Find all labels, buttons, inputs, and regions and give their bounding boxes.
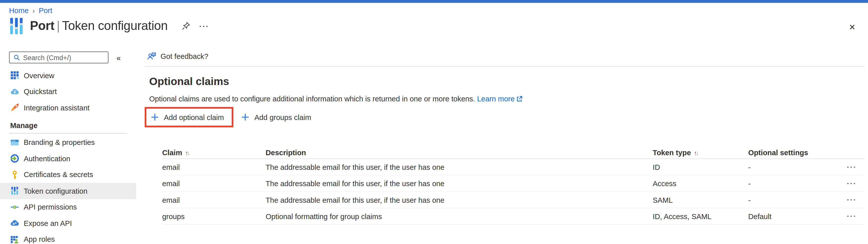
sidebar-item-label: Overview bbox=[24, 71, 55, 80]
pin-button[interactable] bbox=[181, 22, 190, 31]
app-window: Home › Port Port|Token configuration ···… bbox=[0, 0, 868, 244]
commands-row: Add optional claim Add groups claim bbox=[145, 107, 868, 127]
claims-table-header: Claim↑↓ Description Token type↑↓ Optiona… bbox=[162, 147, 865, 159]
cell-description: The addressable email for this user, if … bbox=[266, 195, 653, 204]
toolbar-divider bbox=[145, 66, 865, 67]
cell-claim: email bbox=[162, 179, 266, 188]
got-feedback-button[interactable]: Got feedback? bbox=[147, 52, 208, 61]
pin-icon bbox=[181, 22, 190, 31]
table-row[interactable]: email The addressable email for this use… bbox=[162, 192, 865, 208]
learn-more-label: Learn more bbox=[477, 94, 515, 104]
integration-assistant-icon bbox=[10, 103, 19, 112]
cell-optional-settings: - bbox=[748, 179, 847, 188]
search-box[interactable] bbox=[9, 52, 108, 63]
branding-icon: www bbox=[10, 138, 19, 147]
sidebar-item-authentication[interactable]: Authentication bbox=[0, 151, 136, 167]
column-header-description[interactable]: Description bbox=[266, 148, 653, 157]
main-panel: Got feedback? Optional claims Optional c… bbox=[140, 47, 868, 225]
table-row[interactable]: groups Optional formatting for group cla… bbox=[162, 208, 865, 225]
authentication-icon bbox=[10, 154, 19, 163]
more-options-button[interactable]: ··· bbox=[199, 22, 209, 30]
section-description: Optional claims are used to configure ad… bbox=[149, 94, 868, 104]
cell-claim: email bbox=[162, 195, 266, 204]
breadcrumb-port-link[interactable]: Port bbox=[39, 6, 53, 15]
table-row[interactable]: email The addressable email for this use… bbox=[162, 159, 865, 175]
sidebar-item-branding-properties[interactable]: www Branding & properties bbox=[0, 134, 136, 151]
section-title: Optional claims bbox=[149, 75, 868, 88]
page-title: Port|Token configuration bbox=[30, 19, 167, 33]
token-configuration-icon bbox=[10, 186, 19, 195]
collapse-sidebar-button[interactable]: « bbox=[117, 53, 121, 62]
cell-optional-settings: - bbox=[748, 163, 847, 171]
sidebar-item-label: App roles bbox=[24, 235, 55, 244]
sidebar-item-api-permissions[interactable]: API permissions bbox=[0, 199, 136, 215]
overview-icon bbox=[10, 71, 19, 80]
got-feedback-label: Got feedback? bbox=[160, 52, 208, 61]
cell-optional-settings: Default bbox=[748, 212, 847, 221]
svg-text:www: www bbox=[11, 140, 16, 142]
description-text: Optional claims are used to configure ad… bbox=[149, 94, 477, 103]
cell-token-type: ID, Access, SAML bbox=[653, 212, 748, 221]
sidebar-item-label: Quickstart bbox=[24, 87, 57, 96]
cell-claim: groups bbox=[162, 212, 266, 221]
add-groups-claim-label: Add groups claim bbox=[254, 113, 311, 121]
sidebar-item-label: API permissions bbox=[24, 203, 77, 211]
row-actions-button[interactable]: ••• bbox=[847, 197, 865, 202]
search-input[interactable] bbox=[23, 54, 104, 62]
sidebar-item-quickstart[interactable]: Quickstart bbox=[0, 83, 136, 100]
sidebar-item-label: Authentication bbox=[24, 155, 70, 163]
azure-topbar bbox=[0, 0, 868, 2]
sidebar-nav: Overview Quickstart Integration assistan… bbox=[0, 67, 136, 244]
row-actions-button[interactable]: ••• bbox=[847, 164, 865, 169]
annotation-highlight-box: Add optional claim bbox=[145, 107, 234, 127]
add-optional-claim-label: Add optional claim bbox=[164, 113, 224, 121]
close-button[interactable]: ✕ bbox=[849, 23, 856, 32]
sidebar-item-label: Expose an API bbox=[24, 219, 72, 227]
cell-optional-settings: - bbox=[748, 195, 847, 204]
breadcrumb: Home › Port bbox=[9, 6, 52, 15]
add-optional-claim-button[interactable]: Add optional claim bbox=[151, 111, 224, 123]
token-configuration-page-icon bbox=[9, 18, 24, 35]
cell-description: Optional formatting for group claims bbox=[266, 212, 653, 221]
api-permissions-icon bbox=[10, 202, 19, 212]
sidebar-item-label: Branding & properties bbox=[24, 138, 95, 147]
search-icon bbox=[13, 54, 20, 61]
sidebar-item-certificates-secrets[interactable]: Certificates & secrets bbox=[0, 167, 136, 183]
plus-icon bbox=[241, 113, 249, 121]
cell-token-type: SAML bbox=[653, 195, 748, 204]
row-actions-button[interactable]: ••• bbox=[847, 181, 865, 186]
sidebar-item-expose-an-api[interactable]: Expose an API bbox=[0, 215, 136, 231]
claims-table: Claim↑↓ Description Token type↑↓ Optiona… bbox=[162, 147, 865, 225]
sidebar-item-token-configuration[interactable]: Token configuration bbox=[0, 183, 136, 199]
feedback-icon bbox=[147, 52, 156, 61]
external-link-icon bbox=[516, 96, 523, 102]
cell-token-type: ID bbox=[653, 163, 748, 171]
app-roles-icon bbox=[10, 235, 19, 244]
sort-icon: ↑↓ bbox=[185, 149, 189, 156]
sidebar-divider bbox=[9, 133, 127, 133]
cell-claim: email bbox=[162, 163, 266, 171]
cell-description: The addressable email for this user, if … bbox=[266, 179, 653, 188]
sidebar-item-label: Integration assistant bbox=[24, 103, 90, 112]
command-toolbar: Got feedback? bbox=[140, 47, 868, 66]
page-header: Port|Token configuration ··· bbox=[9, 18, 209, 35]
sort-icon: ↑↓ bbox=[694, 149, 698, 156]
sidebar-item-integration-assistant[interactable]: Integration assistant bbox=[0, 100, 136, 116]
table-row[interactable]: email The addressable email for this use… bbox=[162, 175, 865, 192]
column-header-token-type[interactable]: Token type↑↓ bbox=[653, 148, 748, 157]
sidebar-item-overview[interactable]: Overview bbox=[0, 67, 136, 83]
certificates-icon bbox=[10, 170, 19, 179]
breadcrumb-home-link[interactable]: Home bbox=[9, 6, 29, 15]
cell-description: The addressable email for this user, if … bbox=[266, 163, 653, 171]
sidebar-section-manage: Manage bbox=[0, 116, 136, 129]
sidebar-item-app-roles[interactable]: App roles bbox=[0, 231, 136, 244]
learn-more-link[interactable]: Learn more bbox=[477, 94, 523, 104]
breadcrumb-separator-icon: › bbox=[33, 6, 35, 15]
add-groups-claim-button[interactable]: Add groups claim bbox=[241, 111, 311, 123]
sidebar-item-label: Certificates & secrets bbox=[24, 170, 93, 179]
row-actions-button[interactable]: ••• bbox=[847, 214, 865, 219]
plus-icon bbox=[151, 113, 159, 121]
column-header-claim[interactable]: Claim↑↓ bbox=[162, 148, 266, 157]
optional-claims-section: Optional claims Optional claims are used… bbox=[140, 75, 868, 225]
column-header-optional-settings[interactable]: Optional settings bbox=[748, 148, 847, 157]
